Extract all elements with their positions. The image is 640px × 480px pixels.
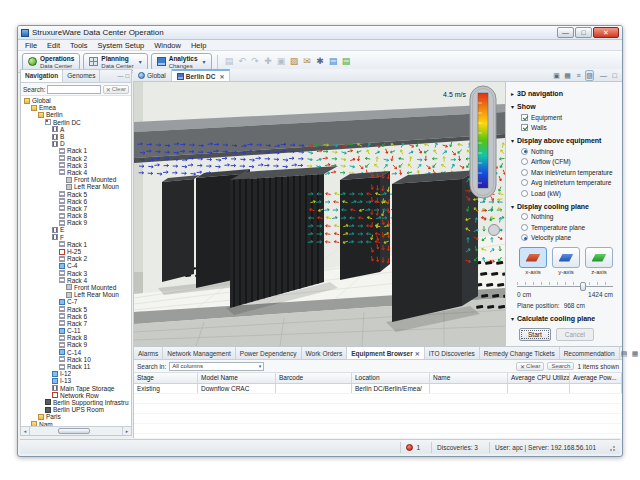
tree-item[interactable]: I-13 [21,377,131,384]
column-header[interactable]: Model Name [198,373,276,383]
tree-item[interactable]: Front Mounted [21,176,131,183]
3d-viewport[interactable]: 4.5 m/s [133,82,505,346]
tree-item[interactable]: Left Rear Moun [21,183,131,190]
camera-icon[interactable]: ▣ [552,71,561,80]
menu-item[interactable]: Help [186,41,211,50]
discoveries-status[interactable]: Discoveries: 3 [431,442,483,453]
export-icon[interactable]: ▤ [620,349,629,358]
section-display-above-equipment[interactable]: ▾Display above equipment [511,137,617,144]
screenshot-icon[interactable]: ▨ [288,55,301,68]
save-icon[interactable]: ▤ [223,55,236,68]
bottom-tab[interactable]: Recommendation ✕ [560,347,620,359]
tree-item[interactable]: Rack 10 [21,356,131,363]
slider-track[interactable] [517,286,613,287]
section-show[interactable]: ▾Show [511,103,617,110]
tree-item[interactable]: C-4 [21,262,131,269]
tree-search-clear-button[interactable]: ✕Clear [103,85,129,94]
axis-button[interactable] [552,247,580,268]
tree-item[interactable]: Rack 8 [21,212,131,219]
tree-search-input[interactable] [47,85,100,94]
alarm-status[interactable]: 1 [400,442,425,453]
column-header[interactable]: Name [430,373,508,383]
tree-item[interactable]: Emea [21,104,131,111]
tab-close-icon[interactable]: ✕ [415,350,420,357]
outline-icon[interactable]: ≡ [574,71,583,80]
radio-option[interactable]: Temperature plane [521,224,617,231]
tab-close-icon[interactable]: ✕ [219,73,224,80]
pin-icon[interactable]: ✚ [262,55,275,68]
start-button[interactable]: Start [519,328,551,341]
tree-item[interactable]: Front Mounted [21,284,131,291]
tab-berlin-dc[interactable]: Berlin DC ✕ [172,69,231,81]
scroll-right-icon[interactable]: ▸ [122,427,131,435]
radio-option[interactable]: Airflow (CFM) [521,158,617,165]
column-header[interactable]: Location [352,373,430,383]
tree-item[interactable]: Rack 2 [21,255,131,262]
pin-view-icon[interactable]: ▨ [585,70,594,81]
tree-item[interactable]: E [21,226,131,233]
bottom-tab[interactable]: Alarms ✕ [134,347,163,359]
section-calculate-cooling-plane[interactable]: ▾Calculate cooling plane [511,315,617,322]
radio-option[interactable]: Load (kW) [521,190,617,197]
tree-item[interactable]: Rack 3 [21,162,131,169]
radio-option[interactable]: Nothing [521,213,617,220]
tree-item[interactable]: Left Rear Moun [21,291,131,298]
panel-minimize-icon[interactable]: — [117,73,123,79]
tree-item[interactable]: Rack 2 [21,155,131,162]
bottom-tab[interactable]: Remedy Change Tickets ✕ [480,347,560,359]
tree-item[interactable]: H-25 [21,248,131,255]
column-header[interactable]: Barcode [276,373,352,383]
tree-item[interactable]: Rack 9 [21,341,131,348]
tree-item[interactable]: Rack 1 [21,147,131,154]
tree-item[interactable]: Rack 4 [21,169,131,176]
radio-option[interactable]: Nothing [521,148,617,155]
wrench-icon[interactable]: ✱ [314,55,327,68]
checkbox-option[interactable]: Equipment [521,114,617,121]
tree-item[interactable]: Berlin Supporting Infrastru [21,399,131,406]
tree-item[interactable]: Rack 6 [21,198,131,205]
tree-item[interactable]: Main Tape Storage [21,385,131,392]
resize-grip[interactable] [607,443,616,452]
tab-global[interactable]: Global [133,69,172,81]
bottom-tab[interactable]: Power Dependency ✕ [236,347,302,359]
grid-icon[interactable]: ▦ [631,349,640,358]
maximize-button[interactable]: □ [575,27,592,38]
tree-item[interactable]: Rack 11 [21,363,131,370]
axis-button[interactable] [585,247,613,268]
tree-item[interactable]: Berlin DC [21,119,131,126]
perspective-operations-button[interactable]: OperationsData Center [22,53,80,71]
undo-icon[interactable]: ↶ [236,55,249,68]
tree-item[interactable]: Rack 4 [21,277,131,284]
checkbox-option[interactable]: Walls [521,124,617,131]
tree-item[interactable]: F [21,234,131,241]
analytics-dropdown-icon[interactable]: ▾ [203,58,206,65]
tree-item[interactable]: Rack 6 [21,313,131,320]
section-display-cooling-plane[interactable]: ▾Display cooling plane [511,203,617,210]
tree-item[interactable]: B [21,133,131,140]
scroll-thumb[interactable] [58,428,90,434]
tree-item[interactable]: Network Row [21,392,131,399]
radio-option[interactable]: Velocity plane [521,234,617,241]
tab-genomes[interactable]: Genomes [63,70,100,82]
perspective-analytics-button[interactable]: AnalyticsChanges ▾ [151,53,212,71]
panel-maximize-icon[interactable]: □ [125,73,129,79]
report-icon[interactable]: ▤ [327,55,340,68]
table-search-button[interactable]: Search [547,362,574,370]
radio-option[interactable]: Max inlet/return temperature [521,169,617,176]
tree-item[interactable]: D [21,140,131,147]
minimize-button[interactable]: — [557,27,574,38]
tree-item[interactable]: A [21,126,131,133]
view-maximize-icon[interactable]: □ [610,71,619,80]
bottom-tab[interactable]: Network Management ✕ [163,347,236,359]
scroll-track[interactable] [30,427,122,435]
menu-item[interactable]: Edit [42,41,65,50]
tree-item[interactable]: C-14 [21,349,131,356]
legend-handle[interactable] [489,225,500,236]
tree-item[interactable]: Rack 8 [21,334,131,341]
axis-button[interactable] [519,247,547,268]
planning-dropdown-icon[interactable]: ▾ [139,58,142,65]
tree-item[interactable]: Rack 1 [21,241,131,248]
perspective-planning-button[interactable]: PlanningData Center ▾ [83,53,147,71]
close-button[interactable]: ✕ [593,27,619,38]
email-icon[interactable]: ✉ [301,55,314,68]
